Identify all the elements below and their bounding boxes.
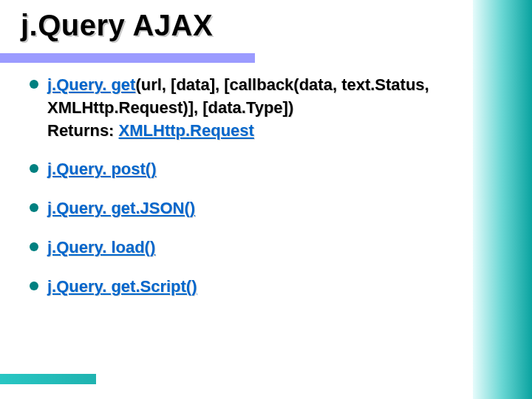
- link-jquery-getjson[interactable]: j.Query. get.JSON(): [47, 199, 195, 217]
- bullet-icon: [30, 282, 38, 290]
- link-jquery-load[interactable]: j.Query. load(): [47, 238, 155, 256]
- bullet-icon: [30, 203, 38, 212]
- slide-footer-bar: [0, 374, 96, 384]
- link-jquery-get[interactable]: j.Query. get: [47, 75, 135, 94]
- list-item: j.Query. get.Script(): [30, 276, 466, 299]
- title-underline: [0, 53, 255, 63]
- bullet-icon: [30, 164, 38, 173]
- slide: j.Query AJAX j.Query. get(url, [data], […: [0, 0, 532, 399]
- item-text: j.Query. get(url, [data], [callback(data…: [47, 74, 466, 142]
- bullet-icon: [30, 242, 38, 251]
- item-plain: Returns:: [47, 121, 119, 140]
- link-jquery-post[interactable]: j.Query. post(): [47, 160, 157, 178]
- slide-sidebar: [473, 0, 532, 399]
- list-item: j.Query. load(): [30, 236, 466, 259]
- bullet-icon: [30, 80, 38, 89]
- item-text: j.Query. get.JSON(): [47, 197, 195, 220]
- list-item: j.Query. get(url, [data], [callback(data…: [30, 74, 466, 142]
- content-area: j.Query. get(url, [data], [callback(data…: [30, 74, 466, 315]
- item-text: j.Query. post(): [47, 158, 157, 181]
- item-text: j.Query. get.Script(): [47, 276, 197, 299]
- link-jquery-getscript[interactable]: j.Query. get.Script(): [47, 277, 197, 296]
- link-xmlhttprequest[interactable]: XMLHttp.Request: [119, 121, 254, 140]
- list-item: j.Query. get.JSON(): [30, 197, 466, 220]
- slide-title: j.Query AJAX: [21, 9, 213, 42]
- list-item: j.Query. post(): [30, 158, 466, 181]
- item-text: j.Query. load(): [47, 236, 155, 259]
